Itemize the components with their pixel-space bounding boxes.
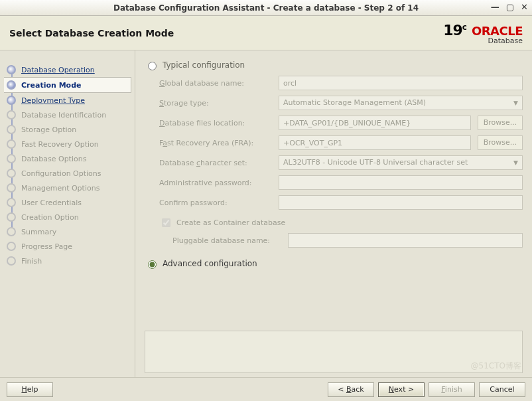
sidebar-item-fast-recovery-option: Fast Recovery Option <box>4 137 131 151</box>
version-label: 19c <box>443 22 466 39</box>
footer: Help < Back Next > Finish Cancel <box>0 377 532 401</box>
sidebar-item-creation-option: Creation Option <box>4 210 131 224</box>
pdb-name-field <box>288 233 523 248</box>
browse-fra-button: Browse... <box>478 135 523 150</box>
header: Select Database Creation Mode 19c ORACLE… <box>0 16 532 50</box>
sidebar-item-creation-mode[interactable]: Creation Mode <box>4 77 131 93</box>
chevron-down-icon: ▼ <box>513 155 518 170</box>
sidebar-item-user-credentials: User Credentials <box>4 195 131 210</box>
minimize-icon[interactable]: — <box>491 2 499 12</box>
confirm-password-label: Confirm password: <box>159 199 272 207</box>
admin-password-field <box>279 175 523 190</box>
typical-configuration-radio[interactable]: Typical configuration <box>145 60 523 70</box>
help-button[interactable]: Help <box>7 382 53 397</box>
sidebar-item-management-options: Management Options <box>4 181 131 195</box>
sidebar-item-database-identification: Database Identification <box>4 108 131 122</box>
sidebar-item-configuration-options: Configuration Options <box>4 166 131 181</box>
next-button[interactable]: Next > <box>378 382 425 397</box>
sidebar-item-database-options: Database Options <box>4 151 131 166</box>
global-db-name-label: Global database name: <box>159 79 272 88</box>
branding: 19c ORACLE Database <box>443 22 523 44</box>
page-title: Select Database Creation Mode <box>9 28 174 39</box>
info-panel <box>145 331 523 373</box>
oracle-logo: ORACLE <box>472 25 523 37</box>
sidebar-item-progress-page: Progress Page <box>4 239 131 254</box>
admin-password-label: Administrative password: <box>159 179 272 187</box>
sidebar-item-deployment-type[interactable]: Deployment Type <box>4 93 131 108</box>
sidebar: Database Operation Creation Mode Deploym… <box>0 50 135 377</box>
chevron-down-icon: ▼ <box>513 96 518 110</box>
db-files-location-label: Database files location: <box>159 119 272 127</box>
close-icon[interactable]: ✕ <box>521 2 528 12</box>
window-title: Database Configuration Assistant - Creat… <box>113 3 419 13</box>
cancel-button[interactable]: Cancel <box>479 382 525 397</box>
storage-type-select: Automatic Storage Management (ASM)▼ <box>279 96 523 110</box>
sidebar-item-finish: Finish <box>4 254 131 268</box>
advanced-configuration-radio[interactable]: Advanced configuration <box>145 258 523 269</box>
sidebar-item-database-operation[interactable]: Database Operation <box>4 62 131 77</box>
charset-label: Database character set: <box>159 159 272 167</box>
sidebar-item-storage-option: Storage Option <box>4 122 131 137</box>
browse-db-files-button: Browse... <box>478 116 523 130</box>
back-button[interactable]: < Back <box>328 382 374 397</box>
pdb-name-label: Pluggable database name: <box>172 236 281 245</box>
sidebar-item-summary: Summary <box>4 224 131 239</box>
content: Typical configuration Global database na… <box>135 50 532 377</box>
storage-type-label: Storage type: <box>159 99 272 108</box>
confirm-password-field <box>279 195 523 210</box>
container-db-checkbox <box>162 218 170 227</box>
global-db-name-field: orcl <box>279 76 523 90</box>
charset-select: AL32UTF8 - Unicode UTF-8 Universal chara… <box>279 155 523 170</box>
titlebar: Database Configuration Assistant - Creat… <box>0 0 532 16</box>
db-files-location-field: +DATA_GP01/{DB_UNIQUE_NAME} <box>279 116 471 130</box>
finish-button: Finish <box>429 382 475 397</box>
fra-field: +OCR_VOT_GP1 <box>279 135 471 150</box>
product-label: Database <box>488 37 523 44</box>
fra-label: Fast Recovery Area (FRA): <box>159 139 272 147</box>
container-db-label: Create as Container database <box>176 218 285 227</box>
maximize-icon[interactable]: ▢ <box>506 2 514 12</box>
